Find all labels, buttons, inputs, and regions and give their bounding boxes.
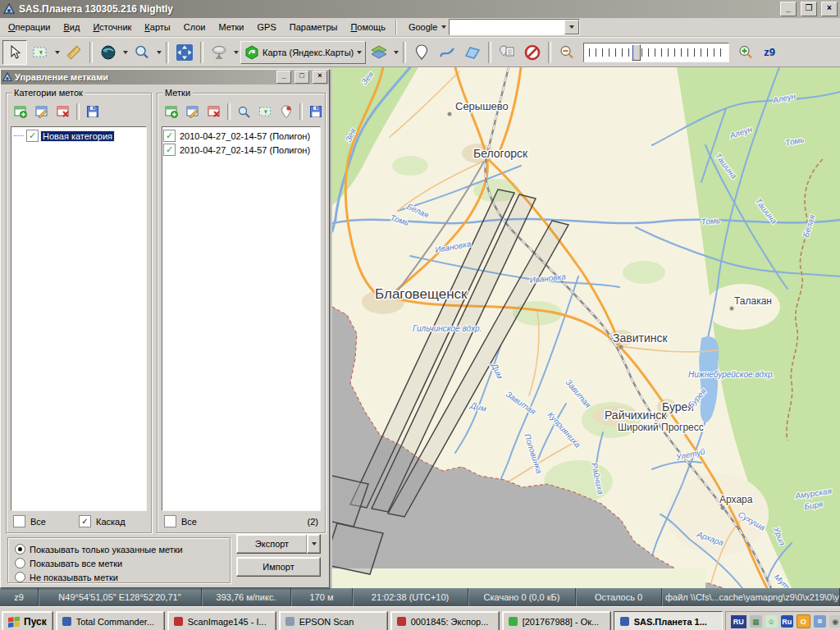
select-marks-button[interactable] — [255, 102, 275, 121]
start-button[interactable]: Пуск — [2, 611, 53, 630]
menu-item-слои[interactable]: Слои — [177, 21, 212, 34]
add-mark-button[interactable] — [162, 102, 181, 121]
import-wrap: Импорт — [236, 557, 321, 577]
delete-mark-button[interactable] — [204, 102, 224, 121]
menu-item-параметры[interactable]: Параметры — [283, 21, 345, 34]
mark-item[interactable]: ✓2010-04-27_02-14-57 (Полигон) — [163, 143, 319, 157]
volume-tray-icon[interactable]: ◉ — [829, 615, 840, 628]
panel-title: Управление метками — [15, 72, 273, 82]
marks-list[interactable]: ✓2010-04-27_02-14-57 (Полигон)✓2010-04-2… — [162, 126, 321, 511]
selection-tool-caret[interactable] — [53, 41, 61, 64]
task-button[interactable]: Total Commander... — [56, 611, 165, 630]
language-indicator[interactable]: RU — [731, 615, 746, 628]
export-button[interactable]: Экспорт — [236, 534, 308, 554]
zoom-out-button[interactable] — [555, 40, 579, 65]
network-tray-icon[interactable]: ⌗ — [814, 615, 826, 628]
categories-all-checkbox[interactable] — [13, 515, 25, 527]
search-dropdown-button[interactable] — [564, 20, 579, 34]
categories-all-label: Все — [30, 517, 46, 527]
zoom-slider-thumb[interactable] — [632, 44, 641, 61]
marks-all-checkbox[interactable] — [164, 515, 176, 527]
mark-checkbox[interactable]: ✓ — [163, 130, 176, 142]
zoom-in-button[interactable] — [733, 40, 758, 65]
task-label: EPSON Scan — [299, 617, 354, 627]
edit-mark-button[interactable] — [183, 102, 203, 121]
display-option-radio[interactable] — [15, 544, 25, 555]
mark-item[interactable]: ✓2010-04-27_02-14-57 (Полигон) — [163, 129, 319, 143]
add-path-button[interactable] — [435, 40, 459, 65]
status-bar: z9 N49°54'51,05" E128°52'20,71" 393,76 м… — [0, 588, 840, 606]
ruler-tool-button[interactable] — [62, 40, 86, 65]
display-option[interactable]: Показывать только указанные метки — [15, 542, 226, 556]
categories-list[interactable]: ✓Новая категория — [11, 126, 147, 511]
zoom-tool-button[interactable] — [130, 40, 154, 65]
panel-titlebar[interactable]: Управление метками _ □ × — [1, 70, 329, 84]
map-type-label: Карта (Яндекс.Карты) — [262, 48, 354, 57]
export-dropdown-button[interactable] — [307, 534, 321, 554]
system-tray: RU ▦ ☺ Ru O ⌗ ◉ ◔ 15:02 — [725, 611, 840, 630]
toolbar-separator — [89, 42, 93, 63]
task-button[interactable]: [201767988] - Ок... — [502, 611, 611, 630]
display-option[interactable]: Показывать все метки — [15, 556, 226, 570]
panel-close-button[interactable]: × — [313, 71, 327, 84]
download-manager-button[interactable] — [96, 40, 121, 65]
import-button[interactable]: Импорт — [236, 557, 321, 577]
panel-minimize-button[interactable]: _ — [276, 71, 291, 84]
panel-maximize-button[interactable]: □ — [294, 71, 309, 84]
save-marks-button[interactable] — [306, 102, 326, 121]
gps-button[interactable] — [207, 40, 231, 65]
menu-item-карты[interactable]: Карты — [138, 21, 176, 34]
google-menu[interactable]: Google — [404, 21, 439, 34]
minimize-button[interactable]: _ — [780, 2, 797, 16]
menu-item-метки[interactable]: Метки — [212, 21, 250, 34]
menu-item-помощь[interactable]: Помощь — [344, 21, 392, 34]
menu-item-вид[interactable]: Вид — [57, 21, 86, 34]
save-categories-button[interactable] — [83, 102, 103, 121]
task-button[interactable]: EPSON Scan — [279, 611, 388, 630]
task-button[interactable]: SAS.Планета 1... — [614, 611, 723, 630]
goto-mark-button[interactable] — [276, 102, 296, 121]
edit-category-button[interactable] — [32, 102, 52, 121]
status-coordinates: N49°54'51,05" E128°52'20,71" — [39, 588, 202, 606]
display-option-radio[interactable] — [15, 572, 25, 582]
task-button[interactable]: ScanImage145 - I... — [167, 611, 276, 630]
map-type-caret — [357, 51, 362, 54]
messenger-tray-icon[interactable]: ☺ — [765, 615, 778, 628]
cursor-tool-button[interactable] — [2, 40, 27, 65]
menu-item-источник[interactable]: Источник — [86, 21, 138, 34]
add-placemark-button[interactable] — [409, 40, 434, 65]
task-button[interactable]: 0001845: Экспор... — [390, 611, 500, 630]
category-item[interactable]: ✓Новая категория — [12, 129, 145, 143]
zoom-tool-caret[interactable] — [155, 41, 162, 64]
gps-caret[interactable] — [232, 41, 240, 64]
office-tray-icon[interactable]: O — [797, 614, 810, 628]
status-scale: 170 м — [291, 588, 353, 606]
delete-marks-button[interactable] — [520, 40, 545, 65]
punto-switcher-tray-icon[interactable]: Ru — [781, 615, 793, 628]
layers-button[interactable] — [367, 40, 391, 65]
display-option-radio[interactable] — [15, 558, 25, 568]
status-resolution: 393,76 м/пикс. — [202, 588, 291, 606]
zoom-slider[interactable] — [583, 43, 729, 62]
fullscreen-button[interactable] — [172, 40, 197, 65]
selection-tool-button[interactable] — [28, 40, 52, 65]
close-button[interactable]: × — [821, 2, 838, 16]
find-mark-button[interactable] — [234, 102, 253, 121]
add-polygon-button[interactable] — [460, 40, 485, 65]
menu-item-gps[interactable]: GPS — [251, 21, 283, 34]
category-checkbox[interactable]: ✓ — [26, 130, 39, 142]
display-option[interactable]: Не показывать метки — [15, 570, 226, 584]
map-type-button[interactable]: Карта (Яндекс.Карты) — [240, 41, 366, 64]
menu-item-операции[interactable]: Операции — [2, 21, 57, 34]
cascade-checkbox[interactable]: ✓ — [79, 515, 91, 527]
search-input[interactable] — [450, 20, 564, 34]
mark-checkbox[interactable]: ✓ — [163, 144, 176, 156]
add-category-button[interactable] — [11, 102, 30, 121]
layers-caret[interactable] — [392, 41, 399, 64]
delete-category-button[interactable] — [53, 102, 73, 121]
scanner-tray-icon[interactable]: ▦ — [750, 615, 762, 628]
map-view[interactable]: СерышевоБелогорскБлаговещенскЗавитинскТа… — [332, 67, 840, 588]
restore-button[interactable]: ❐ — [801, 2, 817, 16]
download-manager-caret[interactable] — [121, 41, 129, 64]
placemark-list-button[interactable] — [495, 40, 519, 65]
